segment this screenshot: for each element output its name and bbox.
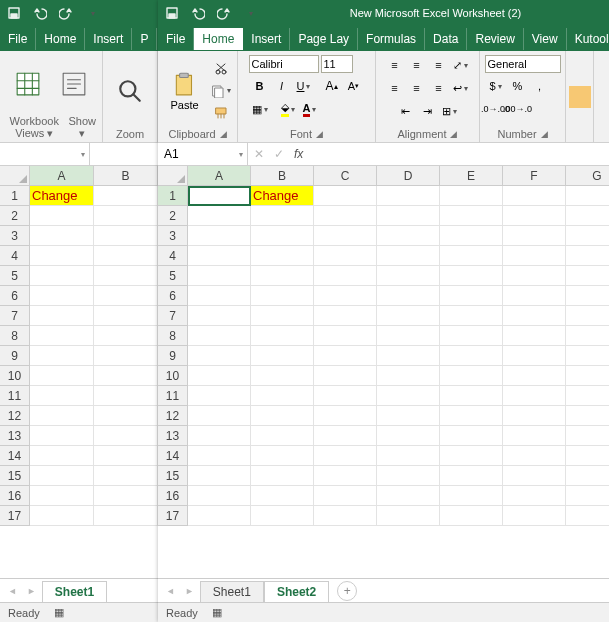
cell[interactable] — [251, 346, 314, 366]
cell[interactable] — [94, 426, 158, 446]
cell[interactable] — [314, 186, 377, 206]
row-header[interactable]: 1 — [0, 186, 30, 206]
cell[interactable] — [251, 426, 314, 446]
cell[interactable] — [30, 466, 94, 486]
row-header[interactable]: 8 — [0, 326, 30, 346]
cell[interactable] — [251, 486, 314, 506]
select-all-corner[interactable] — [158, 166, 188, 186]
cell[interactable] — [377, 286, 440, 306]
cell[interactable] — [94, 246, 158, 266]
orientation-button[interactable]: ⤢ — [450, 55, 472, 75]
column-header[interactable]: A — [30, 166, 94, 186]
cell[interactable] — [566, 386, 609, 406]
cell[interactable] — [94, 226, 158, 246]
row-header[interactable]: 12 — [158, 406, 188, 426]
align-middle-button[interactable]: ≡ — [406, 55, 428, 75]
name-box[interactable]: A1 — [158, 143, 248, 165]
cell[interactable] — [503, 186, 566, 206]
fx-icon[interactable]: fx — [294, 147, 303, 161]
qat-dropdown-icon[interactable] — [242, 5, 258, 21]
cell[interactable] — [251, 406, 314, 426]
sheet-nav-prev-icon[interactable]: ◄ — [162, 586, 179, 596]
cell[interactable] — [251, 206, 314, 226]
cell[interactable] — [188, 346, 251, 366]
row-header[interactable]: 13 — [0, 426, 30, 446]
tab-data[interactable]: Data — [425, 28, 467, 50]
cell[interactable] — [503, 326, 566, 346]
cell[interactable]: Change — [30, 186, 94, 206]
cell[interactable] — [94, 386, 158, 406]
cell[interactable] — [314, 246, 377, 266]
bold-button[interactable]: B — [249, 76, 271, 96]
cell[interactable] — [314, 286, 377, 306]
row-header[interactable]: 17 — [0, 506, 30, 526]
cut-button[interactable] — [210, 59, 232, 79]
cell[interactable] — [566, 266, 609, 286]
cell[interactable] — [566, 246, 609, 266]
cell[interactable] — [440, 426, 503, 446]
underline-button[interactable]: U — [293, 76, 315, 96]
decrease-decimal-button[interactable]: .00→.0 — [507, 99, 529, 119]
cell[interactable] — [30, 246, 94, 266]
italic-button[interactable]: I — [271, 76, 293, 96]
column-header[interactable]: D — [377, 166, 440, 186]
increase-font-button[interactable]: A▴ — [321, 76, 343, 96]
row-header[interactable]: 15 — [0, 466, 30, 486]
cell[interactable] — [188, 506, 251, 526]
cell[interactable] — [188, 206, 251, 226]
cell[interactable] — [566, 306, 609, 326]
cell[interactable] — [440, 326, 503, 346]
column-header[interactable]: B — [94, 166, 158, 186]
sheet-nav-prev-icon[interactable]: ◄ — [4, 586, 21, 596]
cell[interactable] — [440, 186, 503, 206]
cell[interactable]: Change — [251, 186, 314, 206]
cell[interactable] — [94, 406, 158, 426]
cell[interactable] — [94, 346, 158, 366]
clipboard-launcher-icon[interactable]: ◢ — [220, 129, 227, 139]
tab-page-layout[interactable]: Page Lay — [290, 28, 358, 50]
cell[interactable] — [440, 506, 503, 526]
cell[interactable] — [314, 266, 377, 286]
cell[interactable] — [251, 286, 314, 306]
cell[interactable] — [251, 506, 314, 526]
cell[interactable] — [314, 506, 377, 526]
cell[interactable] — [503, 446, 566, 466]
cell[interactable] — [503, 266, 566, 286]
cell[interactable] — [30, 426, 94, 446]
row-header[interactable]: 4 — [158, 246, 188, 266]
cell[interactable] — [314, 326, 377, 346]
sheet-tab[interactable]: Sheet1 — [200, 581, 264, 602]
cell[interactable] — [188, 226, 251, 246]
cell[interactable] — [314, 386, 377, 406]
copy-button[interactable] — [210, 81, 232, 101]
cell[interactable] — [503, 486, 566, 506]
cell[interactable] — [440, 206, 503, 226]
tab-insert[interactable]: Insert — [85, 28, 132, 50]
worksheet-grid[interactable]: AB 1234567891011121314151617 Change — [0, 166, 158, 578]
row-header[interactable]: 8 — [158, 326, 188, 346]
cell[interactable] — [314, 206, 377, 226]
cell[interactable] — [566, 506, 609, 526]
cell[interactable] — [566, 186, 609, 206]
cell[interactable] — [314, 466, 377, 486]
tab-formulas[interactable]: Formulas — [358, 28, 425, 50]
cell[interactable] — [503, 346, 566, 366]
percent-format-button[interactable]: % — [507, 76, 529, 96]
cell[interactable] — [251, 466, 314, 486]
cell[interactable] — [503, 466, 566, 486]
font-launcher-icon[interactable]: ◢ — [316, 129, 323, 139]
cell[interactable] — [503, 406, 566, 426]
font-name-selector[interactable] — [249, 55, 319, 73]
tab-file[interactable]: File — [0, 28, 36, 50]
cell[interactable] — [188, 286, 251, 306]
cell[interactable] — [377, 486, 440, 506]
cell[interactable] — [94, 366, 158, 386]
number-launcher-icon[interactable]: ◢ — [541, 129, 548, 139]
cell[interactable] — [30, 386, 94, 406]
show-button[interactable] — [53, 69, 95, 99]
cell[interactable] — [188, 186, 251, 206]
alignment-launcher-icon[interactable]: ◢ — [450, 129, 457, 139]
undo-icon[interactable] — [32, 5, 48, 21]
sheet-tab[interactable]: Sheet1 — [42, 581, 107, 602]
redo-icon[interactable] — [58, 5, 74, 21]
